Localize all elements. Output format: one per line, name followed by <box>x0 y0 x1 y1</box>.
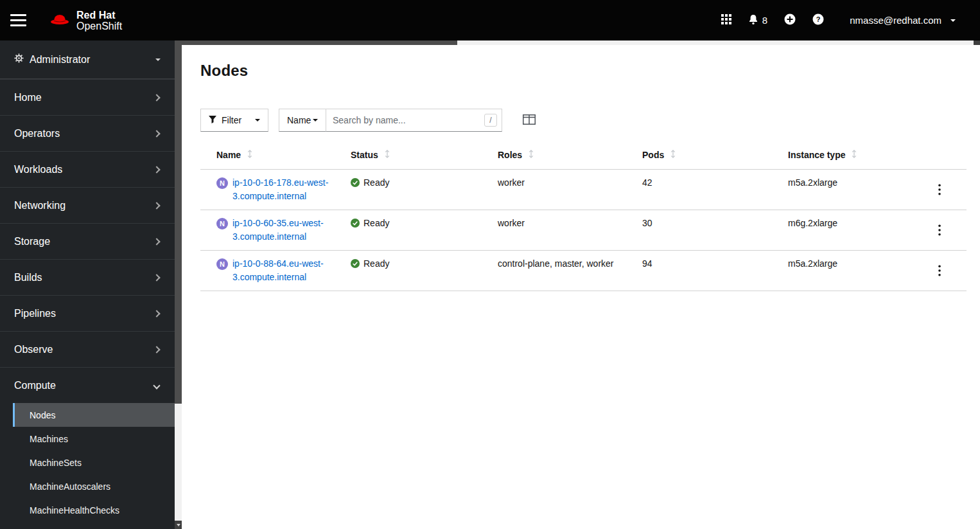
sidebar-item-label: Networking <box>14 200 66 211</box>
status-text: Ready <box>363 257 389 271</box>
manage-columns-button[interactable] <box>523 114 536 127</box>
user-menu[interactable]: nmasse@redhat.com <box>850 15 956 26</box>
plus-circle-icon <box>784 13 796 27</box>
roles-cell: worker <box>498 170 642 210</box>
column-header-status[interactable]: Status <box>351 141 498 169</box>
pods-cell: 94 <box>642 251 788 291</box>
status-text: Ready <box>363 176 389 190</box>
sidebar-item-machines[interactable]: Machines <box>0 427 175 451</box>
column-header-actions <box>918 141 967 169</box>
sidebar-item-compute[interactable]: Compute <box>0 367 175 403</box>
scroll-down-button[interactable] <box>175 521 182 529</box>
sort-icon <box>385 149 390 161</box>
sort-icon <box>529 149 534 161</box>
scroll-right-button[interactable] <box>974 40 980 45</box>
filter-icon <box>209 115 216 125</box>
node-name-link[interactable]: ip-10-0-60-35.eu-west-3.compute.internal <box>232 217 334 244</box>
help-button[interactable]: ? <box>812 13 824 27</box>
sidebar-item-observe[interactable]: Observe <box>0 331 175 367</box>
columns-icon <box>523 114 536 127</box>
sidebar-subitem-label: Machines <box>30 434 68 444</box>
node-name-link[interactable]: ip-10-0-88-64.eu-west-3.compute.internal <box>232 257 334 284</box>
scrollbar-thumb[interactable] <box>182 40 457 45</box>
table-header: Name Status Roles Pods <box>200 141 967 170</box>
sidebar-item-home[interactable]: Home <box>0 79 175 115</box>
sidebar-subitem-label: MachineSets <box>30 458 82 468</box>
row-actions-kebab[interactable] <box>933 177 946 203</box>
import-button[interactable] <box>784 13 796 27</box>
status-text: Ready <box>363 217 389 230</box>
column-header-instance-type[interactable]: Instance type <box>788 141 918 169</box>
column-header-pods[interactable]: Pods <box>642 141 788 169</box>
perspective-label: Administrator <box>30 54 90 66</box>
brand-line1: Red Hat <box>76 10 122 21</box>
sidebar-item-label: Observe <box>14 344 53 355</box>
node-badge: N <box>216 177 228 189</box>
nav-toggle-button[interactable] <box>10 8 36 33</box>
sidebar-item-nodes[interactable]: Nodes <box>13 403 175 427</box>
notifications-button[interactable]: 8 <box>748 14 767 27</box>
chevron-down-icon <box>153 382 160 389</box>
instance-type-cell: m6g.2xlarge <box>788 210 918 250</box>
chevron-right-icon <box>153 202 160 209</box>
sidebar-subitem-label: MachineHealthChecks <box>30 505 119 516</box>
filter-dropdown[interactable]: Filter <box>200 109 268 132</box>
masthead: Red Hat OpenShift 8 <box>0 0 980 40</box>
app-launcher-button[interactable] <box>721 14 731 26</box>
sidebar-item-label: Operators <box>14 128 60 139</box>
scrollbar-thumb[interactable] <box>175 40 182 404</box>
sort-icon <box>247 149 252 161</box>
sidebar-item-machinehealthchecks[interactable]: MachineHealthChecks <box>0 498 175 522</box>
sidebar-item-label: Home <box>14 92 42 103</box>
sidebar-item-workloads[interactable]: Workloads <box>0 151 175 187</box>
apps-grid-icon <box>721 14 731 26</box>
bell-icon <box>748 14 758 27</box>
table-row: N ip-10-0-88-64.eu-west-3.compute.intern… <box>200 251 967 291</box>
svg-text:?: ? <box>816 15 821 23</box>
sort-icon <box>852 149 857 161</box>
chevron-right-icon <box>153 274 160 281</box>
table-row: N ip-10-0-60-35.eu-west-3.compute.intern… <box>200 210 967 251</box>
column-header-roles[interactable]: Roles <box>498 141 642 169</box>
chevron-right-icon <box>153 94 160 101</box>
main-content: Nodes Filter Name <box>182 40 980 529</box>
page-title: Nodes <box>200 62 967 80</box>
search-input[interactable] <box>326 109 502 132</box>
node-badge: N <box>216 258 228 270</box>
sidebar-subitem-label: MachineAutoscalers <box>30 481 110 492</box>
perspective-switcher[interactable]: Administrator <box>0 40 175 79</box>
horizontal-scrollbar[interactable] <box>182 40 980 45</box>
row-actions-kebab[interactable] <box>933 218 946 244</box>
chevron-right-icon <box>153 166 160 173</box>
node-badge: N <box>216 218 228 229</box>
nodes-table: Name Status Roles Pods <box>200 141 967 291</box>
sidebar-subitem-label: Nodes <box>30 410 55 420</box>
redhat-fedora-icon <box>49 12 71 29</box>
sidebar-item-label: Compute <box>14 380 56 391</box>
chevron-down-icon <box>313 119 318 121</box>
chevron-down-icon <box>155 58 161 61</box>
check-circle-icon <box>351 217 360 231</box>
sidebar-item-machinesets[interactable]: MachineSets <box>0 451 175 474</box>
sidebar-item-pipelines[interactable]: Pipelines <box>0 295 175 331</box>
row-actions-kebab[interactable] <box>933 258 946 284</box>
sidebar-item-machineautoscalers[interactable]: MachineAutoscalers <box>0 474 175 498</box>
sidebar-item-operators[interactable]: Operators <box>0 115 175 151</box>
node-name-link[interactable]: ip-10-0-16-178.eu-west-3.compute.interna… <box>232 176 334 203</box>
question-circle-icon: ? <box>812 13 824 27</box>
brand-text: Red Hat OpenShift <box>76 10 122 31</box>
sidebar-item-storage[interactable]: Storage <box>0 223 175 259</box>
check-circle-icon <box>351 257 360 272</box>
masthead-toolbar: 8 ? nmasse@redhat.com <box>721 13 956 27</box>
brand-logo[interactable]: Red Hat OpenShift <box>49 10 122 31</box>
search-type-label: Name <box>287 115 311 125</box>
instance-type-cell: m5a.2xlarge <box>788 251 918 291</box>
toolbar: Filter Name / <box>200 109 967 132</box>
instance-type-cell: m5a.2xlarge <box>788 170 918 210</box>
search-type-dropdown[interactable]: Name <box>279 109 326 132</box>
column-header-name[interactable]: Name <box>200 141 351 169</box>
sidebar-item-builds[interactable]: Builds <box>0 259 175 295</box>
sidebar-item-networking[interactable]: Networking <box>0 187 175 223</box>
chevron-down-icon <box>950 19 956 22</box>
sidebar-scrollbar[interactable] <box>175 40 182 529</box>
